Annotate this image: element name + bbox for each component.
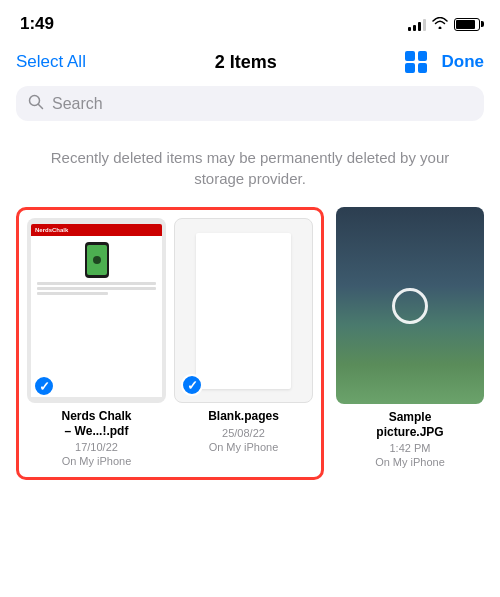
recently-deleted-message: Recently deleted items may be permanentl… bbox=[0, 131, 500, 207]
file-date: 25/08/22 On My iPhone bbox=[209, 426, 279, 455]
svg-line-1 bbox=[39, 105, 43, 109]
file-thumbnail bbox=[174, 218, 313, 403]
grid-view-icon[interactable] bbox=[405, 51, 427, 73]
selection-outline: NerdsChalk Nerds C bbox=[16, 207, 324, 480]
files-grid: NerdsChalk Nerds C bbox=[0, 207, 500, 480]
file-name: Sample picture.JPG bbox=[376, 410, 443, 439]
status-icons bbox=[408, 17, 480, 32]
file-item[interactable]: NerdsChalk Nerds C bbox=[27, 218, 166, 469]
nav-right-actions: Done bbox=[405, 51, 484, 73]
status-time: 1:49 bbox=[20, 14, 54, 34]
search-bar[interactable]: Search bbox=[16, 86, 484, 121]
file-name: Nerds Chalk – We...!.pdf bbox=[61, 409, 131, 438]
signal-icon bbox=[408, 18, 426, 31]
file-thumbnail bbox=[336, 207, 484, 404]
search-placeholder: Search bbox=[52, 95, 103, 113]
file-thumbnail: NerdsChalk bbox=[27, 218, 166, 403]
select-all-button[interactable]: Select All bbox=[16, 52, 86, 72]
status-bar: 1:49 bbox=[0, 0, 500, 40]
nav-bar: Select All 2 Items Done bbox=[0, 40, 500, 86]
file-item[interactable]: Sample picture.JPG 1:42 PM On My iPhone bbox=[336, 207, 484, 480]
file-item[interactable]: Blank.pages 25/08/22 On My iPhone bbox=[174, 218, 313, 469]
wifi-icon bbox=[432, 17, 448, 32]
search-icon bbox=[28, 94, 44, 113]
nav-title: 2 Items bbox=[215, 52, 277, 73]
battery-icon bbox=[454, 18, 480, 31]
check-badge bbox=[181, 374, 203, 396]
search-bar-container: Search bbox=[0, 86, 500, 131]
done-button[interactable]: Done bbox=[441, 52, 484, 72]
file-date: 1:42 PM On My iPhone bbox=[375, 441, 445, 470]
file-date: 17/10/22 On My iPhone bbox=[62, 440, 132, 469]
file-name: Blank.pages bbox=[208, 409, 279, 423]
